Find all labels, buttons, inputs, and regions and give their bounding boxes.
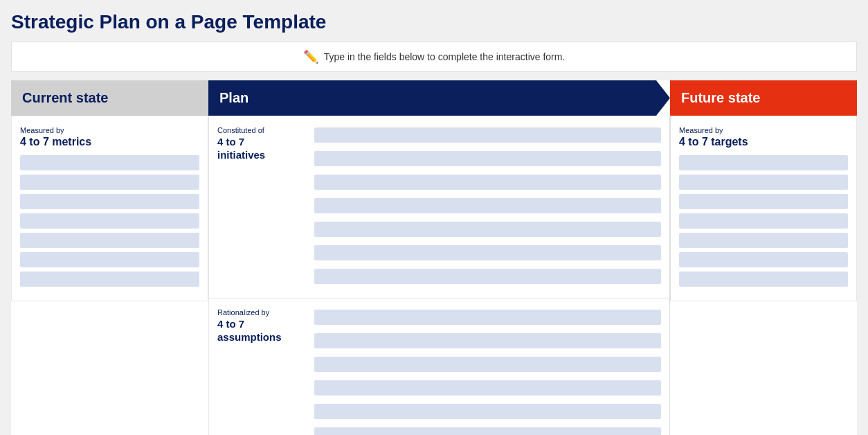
current-input-5[interactable] bbox=[20, 233, 199, 248]
future-metric-label: Measured by bbox=[679, 126, 848, 134]
plan-section-initiatives: Constituted of 4 to 7initiatives bbox=[209, 116, 669, 299]
assumption-input-6[interactable] bbox=[314, 427, 661, 435]
assumptions-label: Rationalized by 4 to 7assumptions bbox=[217, 308, 307, 351]
current-input-7[interactable] bbox=[20, 272, 199, 287]
initiative-input-6[interactable] bbox=[314, 245, 661, 260]
initiative-input-3[interactable] bbox=[314, 175, 661, 190]
current-input-3[interactable] bbox=[20, 194, 199, 209]
initiative-input-1[interactable] bbox=[314, 127, 661, 143]
edit-icon: ✏️ bbox=[303, 49, 318, 64]
assumption-input-3[interactable] bbox=[314, 357, 661, 372]
current-input-1[interactable] bbox=[20, 155, 199, 170]
future-state-column: Future state Measured by 4 to 7 targets bbox=[670, 80, 857, 435]
initiatives-label: Constituted of 4 to 7initiatives bbox=[217, 126, 307, 169]
initiatives-sublabel: Constituted of bbox=[217, 126, 307, 134]
future-input-6[interactable] bbox=[679, 252, 848, 267]
current-input-2[interactable] bbox=[20, 175, 199, 190]
assumptions-value: 4 to 7assumptions bbox=[217, 318, 307, 344]
plan-body: Constituted of 4 to 7initiatives Rationa… bbox=[208, 116, 670, 435]
page-title: Strategic Plan on a Page Template bbox=[11, 11, 857, 33]
initiative-input-5[interactable] bbox=[314, 222, 661, 237]
initiative-input-2[interactable] bbox=[314, 151, 661, 166]
main-grid: Current state Measured by 4 to 7 metrics… bbox=[11, 80, 857, 435]
assumptions-inputs bbox=[314, 308, 661, 435]
future-metric-value: 4 to 7 targets bbox=[679, 136, 848, 148]
current-state-body: Measured by 4 to 7 metrics bbox=[11, 116, 208, 301]
plan-header: Plan bbox=[208, 80, 670, 116]
current-state-column: Current state Measured by 4 to 7 metrics bbox=[11, 80, 208, 435]
future-input-2[interactable] bbox=[679, 175, 848, 190]
current-input-4[interactable] bbox=[20, 213, 199, 229]
future-input-3[interactable] bbox=[679, 194, 848, 209]
initiatives-value: 4 to 7initiatives bbox=[217, 136, 307, 162]
plan-column: Plan Constituted of 4 to 7initiatives bbox=[208, 80, 670, 435]
assumption-input-4[interactable] bbox=[314, 380, 661, 396]
initiative-input-7[interactable] bbox=[314, 269, 661, 284]
current-input-6[interactable] bbox=[20, 252, 199, 267]
future-inputs bbox=[679, 155, 848, 287]
notice-bar: ✏️ Type in the fields below to complete … bbox=[11, 42, 857, 72]
assumption-input-2[interactable] bbox=[314, 333, 661, 348]
current-metric-label: Measured by bbox=[20, 126, 199, 134]
assumptions-sublabel: Rationalized by bbox=[217, 308, 307, 317]
future-input-4[interactable] bbox=[679, 213, 848, 229]
plan-section-assumptions: Rationalized by 4 to 7assumptions bbox=[209, 299, 669, 435]
initiatives-inputs bbox=[314, 126, 661, 288]
assumption-input-5[interactable] bbox=[314, 404, 661, 419]
future-input-1[interactable] bbox=[679, 155, 848, 170]
current-state-header: Current state bbox=[11, 80, 208, 116]
current-metric-value: 4 to 7 metrics bbox=[20, 136, 199, 148]
future-state-header: Future state bbox=[670, 80, 857, 116]
future-input-7[interactable] bbox=[679, 272, 848, 287]
future-input-5[interactable] bbox=[679, 233, 848, 248]
notice-text: Type in the fields below to complete the… bbox=[324, 51, 566, 62]
assumption-input-1[interactable] bbox=[314, 310, 661, 325]
future-state-body: Measured by 4 to 7 targets bbox=[670, 116, 857, 301]
initiative-input-4[interactable] bbox=[314, 198, 661, 213]
current-inputs bbox=[20, 155, 199, 287]
